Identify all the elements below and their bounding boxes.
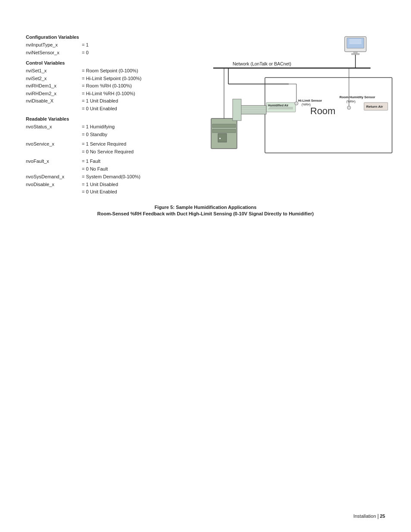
control-var-value-2: = Hi-Limit Setpoint (0-100%) <box>82 75 141 82</box>
readable-var-name-9 <box>26 188 82 196</box>
readable-var-name-5: nvoFault_x <box>26 158 82 165</box>
footer-text: Installation <box>353 513 376 519</box>
control-var-1: nviSet1_x = Room Setpoint (0-100%) <box>26 67 181 75</box>
readable-var-2: = 0 Standby <box>26 131 181 138</box>
control-var-5: nviDisable_X = 1 Unit Disabled <box>26 97 181 105</box>
control-var-2: nviSet2_x = Hi-Limit Setpoint (0-100%) <box>26 75 181 82</box>
readable-var-value-6: = 0 No Fault <box>82 165 108 173</box>
control-var-3: nviRHDem1_x = Room %RH (0-100%) <box>26 82 181 90</box>
readable-var-6: = 0 No Fault <box>26 165 181 173</box>
readable-var-name-6 <box>26 165 82 173</box>
readable-var-name-3: nvoService_x <box>26 140 82 148</box>
control-var-value-1: = Room Setpoint (0-100%) <box>82 67 138 75</box>
config-var-2: nviNetSensor_x = 0 <box>26 49 181 56</box>
control-var-6: = 0 Unit Enabled <box>26 105 181 112</box>
svg-rect-7 <box>352 53 359 55</box>
readable-var-4: = 0 No Service Required <box>26 148 181 156</box>
readable-var-value-7: = System Demand(0-100%) <box>82 173 140 180</box>
readable-var-value-5: = 1 Fault <box>82 158 100 165</box>
control-var-4: nviRHDem2_x = Hi-Limit %RH (0-100%) <box>26 90 181 97</box>
control-title: Control Variables <box>26 60 181 65</box>
figure-caption: Figure 5: Sample Humidification Applicat… <box>26 205 385 216</box>
svg-rect-19 <box>212 124 236 128</box>
config-var-1: nviInputType_x = 1 <box>26 41 181 49</box>
config-title: Configuration Variables <box>26 34 181 40</box>
figure-caption-line2: Room-Sensed %RH Feedback with Duct High-… <box>26 211 385 216</box>
readable-var-name-4 <box>26 148 82 156</box>
readable-var-name-7: nvoSysDemand_x <box>26 173 82 180</box>
svg-rect-1 <box>347 38 364 48</box>
readable-var-8: nvoDisable_x = 1 Unit Disabled <box>26 181 181 188</box>
control-var-name-6 <box>26 105 82 112</box>
network-label: Network (LonTalk or BACnet) <box>233 61 291 66</box>
readable-var-value-1: = 1 Humidifying <box>82 123 115 131</box>
config-var-value-2: = 0 <box>82 49 89 56</box>
readable-var-value-9: = 0 Unit Enabled <box>82 188 117 196</box>
svg-rect-28 <box>233 99 241 121</box>
room-humidity-label: Room Humidity Sensor <box>339 95 375 99</box>
hi-limit-label: Hi-Limit Sensor <box>298 99 322 103</box>
readable-var-name-2 <box>26 131 82 138</box>
control-var-name-4: nviRHDem2_x <box>26 90 82 97</box>
control-var-value-4: = Hi-Limit %RH (0-100%) <box>82 90 135 97</box>
variables-panel: Configuration Variables nviInputType_x =… <box>26 34 181 196</box>
svg-point-34 <box>347 106 351 109</box>
config-var-name-2: nviNetSensor_x <box>26 49 82 56</box>
svg-rect-20 <box>212 129 236 133</box>
readable-var-9: = 0 Unit Enabled <box>26 188 181 196</box>
readable-title: Readable Variables <box>26 116 181 121</box>
diagram-svg: Network (LonTalk or BACnet) Room Humidif… <box>190 34 396 177</box>
control-var-name-2: nviSet2_x <box>26 75 82 82</box>
svg-text:(%RH): (%RH) <box>302 103 311 106</box>
room-label: Room <box>310 106 336 116</box>
svg-text:(%RH): (%RH) <box>346 100 355 103</box>
figure-caption-line1: Figure 5: Sample Humidification Applicat… <box>26 205 385 210</box>
diagram-panel: Network (LonTalk or BACnet) Room Humidif… <box>190 34 396 196</box>
control-var-name-1: nviSet1_x <box>26 67 82 75</box>
config-var-value-1: = 1 <box>82 41 89 49</box>
readable-var-value-3: = 1 Service Required <box>82 140 126 148</box>
readable-var-3: nvoService_x = 1 Service Required <box>26 140 181 148</box>
readable-var-name-8: nvoDisable_x <box>26 181 82 188</box>
footer: Installation25 <box>353 513 385 519</box>
control-var-name-3: nviRHDem1_x <box>26 82 82 90</box>
readable-var-value-8: = 1 Unit Disabled <box>82 181 118 188</box>
control-var-value-6: = 0 Unit Enabled <box>82 105 117 112</box>
config-var-name-1: nviInputType_x <box>26 41 82 49</box>
readable-var-1: nvoStatus_x = 1 Humidifying <box>26 123 181 131</box>
readable-var-value-2: = 0 Standby <box>82 131 107 138</box>
footer-page: 25 <box>380 513 385 519</box>
readable-var-5: nvoFault_x = 1 Fault <box>26 158 181 165</box>
control-var-name-5: nviDisable_X <box>26 97 82 105</box>
readable-var-name-1: nvoStatus_x <box>26 123 82 131</box>
svg-point-30 <box>295 102 298 105</box>
svg-text:Humidified Air: Humidified Air <box>268 104 289 107</box>
readable-var-value-4: = 0 No Service Required <box>82 148 134 156</box>
readable-var-7: nvoSysDemand_x = System Demand(0-100%) <box>26 173 181 180</box>
svg-text:Return Air: Return Air <box>366 105 383 109</box>
control-var-value-3: = Room %RH (0-100%) <box>82 82 132 90</box>
footer-separator <box>378 514 378 519</box>
svg-text:■: ■ <box>219 137 221 140</box>
control-var-value-5: = 1 Unit Disabled <box>82 97 118 105</box>
